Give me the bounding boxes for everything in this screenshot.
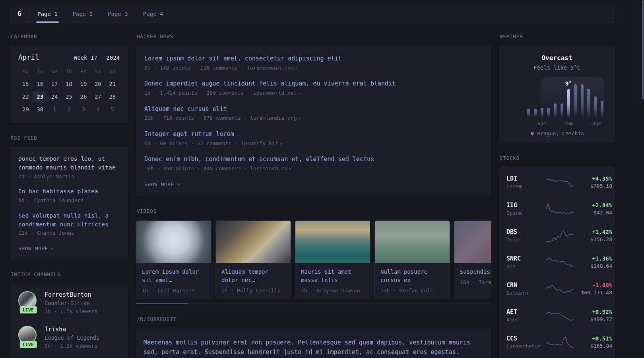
stock-row[interactable]: LDILorem+4.35%$795.18 xyxy=(506,169,607,195)
subreddit-post-title[interactable]: Maecenas mollis pulvinar erat non posuer… xyxy=(144,338,483,358)
thumbnail-boat-wake-city[interactable] xyxy=(295,221,370,263)
rss-item-link[interactable]: Sed volutpat nulla nisl, a condimentum n… xyxy=(18,212,120,229)
hackernews-item-title[interactable]: Aliquam nec cursus elit xyxy=(144,105,483,114)
weather-bars: 6am9°2pm10pm xyxy=(527,84,603,117)
hackernews-item-title[interactable]: Lorem ipsum dolor sit amet, consectetur … xyxy=(144,54,483,63)
hackernews-item: Integer eget rutrum lorem6h · 60 points … xyxy=(144,130,483,147)
stock-price: $66,171.48 xyxy=(574,290,612,296)
stock-change: +0.51% xyxy=(574,335,612,342)
stock-row[interactable]: AETAmet+0.92%$499.72 xyxy=(506,302,607,329)
twitch-channel-name[interactable]: Trisha xyxy=(45,326,99,333)
calendar-day-of-week: Fr xyxy=(76,66,91,77)
calendar-week-year: Week 17 · 2024 xyxy=(74,54,120,61)
videos-scrollbar-thumb[interactable] xyxy=(136,303,188,304)
app-logo: G xyxy=(10,5,29,22)
chevron-down-icon xyxy=(177,182,181,186)
twitch-avatar-wrap: LIVE xyxy=(18,291,38,309)
rss-item-link[interactable]: In hac habitasse platea xyxy=(18,187,120,196)
calendar-day: 20 xyxy=(91,78,105,90)
videos-scrollbar-track[interactable] xyxy=(136,303,491,304)
calendar-day: 26 xyxy=(76,91,91,103)
thumbnail-person-misty-field[interactable] xyxy=(454,221,491,263)
hackernews-item-meta: 21h · 710 points · 579 comments · loreml… xyxy=(144,115,483,122)
hackernews-item-title[interactable]: Donec enim nibh, condimentum et accumsan… xyxy=(144,155,483,164)
stocks-card: LDILorem+4.35%$795.18IIGIpsum+2.84%$42.0… xyxy=(499,167,615,358)
stock-name: Sit xyxy=(506,263,545,269)
stock-price: $148.64 xyxy=(574,263,612,269)
stock-price: $165.84 xyxy=(574,343,612,349)
calendar-day: 19 xyxy=(76,78,91,90)
calendar-day: 5 xyxy=(105,103,120,115)
calendar-grid: MoTuWeThFrSaSu15161718192021222324252627… xyxy=(18,66,120,115)
video-card[interactable]: Aliquam tempor dolor nec pharetra…1h · M… xyxy=(215,220,291,299)
rss-section: RSS FEED Donec tempor eros leo, ut commo… xyxy=(10,135,128,259)
hackernews-item-meta: 16h · 468 points · 440 comments · loremt… xyxy=(144,165,483,173)
hackernews-item-domain-link[interactable]: loremtech.co xyxy=(250,165,287,171)
stock-row[interactable]: SNRCSit+1.36%$148.64 xyxy=(506,249,607,275)
hackernews-show-more-label: SHOW MORE xyxy=(144,181,174,187)
calendar-day: 29 xyxy=(18,103,33,115)
hackernews-item-title[interactable]: Integer eget rutrum lorem xyxy=(144,130,483,139)
hackernews-item-domain-link[interactable]: loremlandia.org xyxy=(250,115,297,121)
weather-location-label: Prague, Czechia xyxy=(537,130,584,136)
map-pin-icon xyxy=(530,131,535,136)
video-title[interactable]: Aliquam tempor dolor nec pharetra… xyxy=(221,268,285,284)
hackernews-item: Lorem ipsum dolor sit amet, consectetur … xyxy=(144,54,483,72)
video-title[interactable]: Suspendisse diam xyxy=(460,268,491,276)
page-scrollbar-thumb[interactable] xyxy=(642,0,644,99)
stock-row[interactable]: DBSDolor+1.42%$156.28 xyxy=(506,222,607,249)
thumbnail-concrete-pillars-sky[interactable] xyxy=(136,221,211,263)
twitch-channel-row[interactable]: LIVETrishaLeague of Legends3h · 1.2k vie… xyxy=(18,326,120,350)
calendar-day: 25 xyxy=(62,91,76,103)
hackernews-item-domain-link[interactable]: ipsumworld.net xyxy=(253,90,297,96)
stocks-section: STOCKS LDILorem+4.35%$795.18IIGIpsum+2.8… xyxy=(499,155,615,358)
tab-page-2[interactable]: Page 2 xyxy=(73,5,93,22)
video-title[interactable]: Mauris sit amet massa felis xyxy=(301,268,365,284)
external-link-icon: ↗ xyxy=(295,65,298,71)
weather-bar xyxy=(587,89,590,117)
video-title[interactable]: Nullam posuere cursus ex xyxy=(380,268,444,284)
stock-row[interactable]: AHS+0.46% xyxy=(506,355,607,358)
twitch-channel-name[interactable]: ForrestBurton xyxy=(45,291,97,298)
hackernews-show-more-button[interactable]: SHOW MORE xyxy=(144,181,180,187)
video-card[interactable]: Suspendisse diam18h · Tara xyxy=(454,220,491,299)
weather-bar xyxy=(527,109,530,117)
video-meta: 18h · Tara xyxy=(460,279,491,285)
weather-bar xyxy=(541,108,543,117)
video-card[interactable]: Nullam posuere cursus ex17h · Stefan Col… xyxy=(374,220,450,299)
stock-row[interactable]: CCSConsectetur+0.51%$165.84 xyxy=(506,329,607,355)
rss-list: Donec tempor eros leo, ut commodo mauris… xyxy=(18,155,120,237)
video-title[interactable]: Lorem ipsum dolor sit amet consectetu… xyxy=(142,268,206,284)
thumbnail-canoe-misty-lake[interactable] xyxy=(375,221,450,263)
hackernews-item: Donec enim nibh, condimentum et accumsan… xyxy=(144,155,483,172)
hackernews-card: Lorem ipsum dolor sit amet, consectetur … xyxy=(136,46,491,196)
weather-bar xyxy=(581,84,584,117)
weather-peak-temp: 9° xyxy=(565,80,572,87)
video-meta: 17h · Stefan Cole xyxy=(380,288,444,294)
rss-item-link[interactable]: Donec tempor eros leo, ut commodo mauris… xyxy=(18,155,120,172)
stock-row[interactable]: CRNBitcorn-1.00%$66,171.48 xyxy=(506,275,607,302)
stock-row[interactable]: IIGIpsum+2.84%$42.04 xyxy=(506,195,607,222)
weather-header: WEATHER xyxy=(500,33,615,39)
video-card[interactable]: Lorem ipsum dolor sit amet consectetu…1h… xyxy=(136,220,211,299)
stock-id: LDILorem xyxy=(506,175,545,189)
stocks-header: STOCKS xyxy=(500,155,615,161)
twitch-channel-category: Counter-Strike xyxy=(45,300,97,306)
stock-price: $499.72 xyxy=(574,316,612,322)
hackernews-item-domain-link[interactable]: loremdomain.com xyxy=(247,65,293,71)
tab-page-1[interactable]: Page 1 xyxy=(37,5,58,22)
video-card-body: Lorem ipsum dolor sit amet consectetu…1h… xyxy=(136,263,211,299)
hackernews-header: HACKER NEWS xyxy=(137,33,491,39)
external-link-icon: ↗ xyxy=(289,166,291,171)
stock-name: Amet xyxy=(506,317,545,323)
hackernews-item-domain-link[interactable]: ipsumify.biz xyxy=(241,140,278,146)
tab-page-3[interactable]: Page 3 xyxy=(108,5,128,22)
tab-page-4[interactable]: Page 4 xyxy=(143,5,163,22)
stock-name: Bitcorn xyxy=(506,290,545,296)
weather-card: Overcast Feels like 5°C 6am9°2pm10pm Pra… xyxy=(499,46,615,143)
rss-show-more-button[interactable]: SHOW MORE xyxy=(18,245,54,251)
thumbnail-hands-holding-camera[interactable] xyxy=(216,221,291,263)
twitch-channel-row[interactable]: LIVEForrestBurtonCounter-Strike1h · 1.7k… xyxy=(18,291,120,315)
hackernews-item-title[interactable]: Donec imperdiet augue tincidunt felis al… xyxy=(144,79,483,88)
video-card[interactable]: Mauris sit amet massa felis7h · Grayson … xyxy=(295,220,370,299)
